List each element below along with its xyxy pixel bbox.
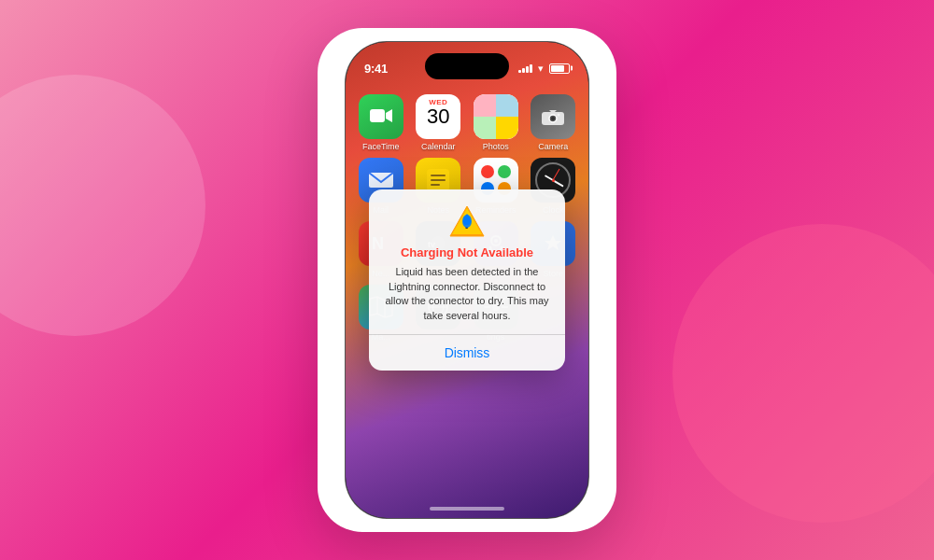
alert-overlay: ! Charging Not Available Liquid has been… bbox=[346, 42, 588, 518]
iphone-screen: 9:41 ▾ bbox=[346, 42, 588, 518]
bg-decoration-right bbox=[672, 224, 934, 523]
home-indicator bbox=[430, 507, 504, 511]
bg-decoration-left bbox=[0, 75, 205, 336]
iphone-frame: 9:41 ▾ bbox=[346, 42, 588, 518]
alert-title: Charging Not Available bbox=[384, 245, 550, 259]
phone-card: 9:41 ▾ bbox=[318, 28, 616, 532]
alert-warning-icon: ! bbox=[384, 204, 550, 238]
alert-dialog: ! Charging Not Available Liquid has been… bbox=[369, 189, 565, 370]
alert-message: Liquid has been detected in the Lightnin… bbox=[384, 265, 550, 323]
dismiss-button[interactable]: Dismiss bbox=[384, 335, 550, 371]
